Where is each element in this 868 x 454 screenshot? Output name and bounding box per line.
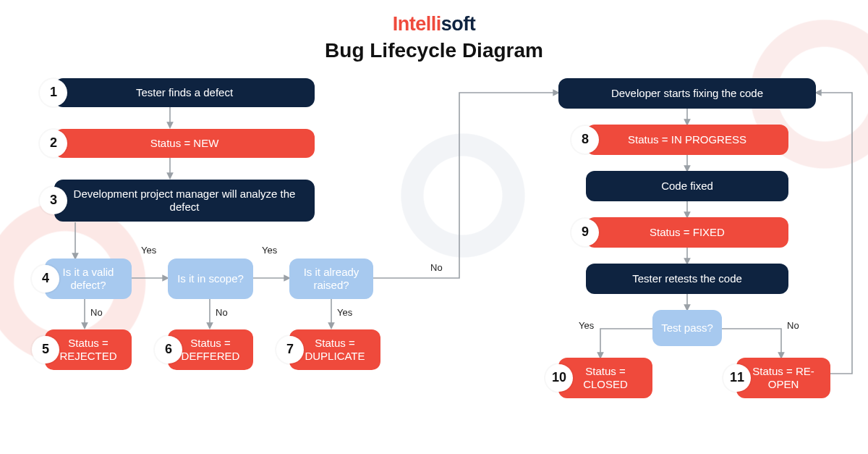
step-3: 3 Development project manager will analy… [54,180,315,222]
step-8: 8 Status = IN PROGRESS [586,125,788,155]
diagram-canvas: 1 Tester finds a defect 2 Status = NEW 3… [0,0,868,454]
label-no: No [216,307,228,318]
step-7: 7 Status = DUPLICATE [289,329,380,370]
step-9: 9 Status = FIXED [586,217,788,248]
step-1-text: Tester finds a defect [136,86,233,99]
step-10: 10 Status = CLOSED [558,358,652,398]
step-10-text: Status = CLOSED [567,365,644,391]
step-2-badge: 2 [40,130,67,157]
step-1-badge: 1 [40,79,67,106]
step-8-badge: 8 [571,126,599,154]
step-1: 1 Tester finds a defect [54,78,315,107]
decision-raised: Is it already raised? [289,258,373,299]
step-4-badge: 4 [32,265,59,293]
label-no: No [430,262,443,273]
label-no: No [787,320,799,331]
decision-test-pass: Test pass? [652,310,722,346]
step-6b-text: Status = DEFFERED [176,337,244,363]
step-2: 2 Status = NEW [54,129,315,158]
step-retest-text: Tester retests the code [632,272,742,285]
step-5-badge: 5 [32,336,59,363]
step-9-badge: 9 [571,219,599,246]
decision-test-pass-text: Test pass? [661,321,713,335]
label-yes: Yes [141,245,156,256]
label-yes: Yes [262,245,277,256]
step-7-badge: 7 [276,336,304,363]
step-9-text: Status = FIXED [650,226,725,239]
step-11-badge: 11 [723,364,751,392]
step-7-text: Status = DUPLICATE [298,337,372,363]
step-8-text: Status = IN PROGRESS [628,133,746,146]
step-3-badge: 3 [40,187,67,214]
step-10-badge: 10 [545,364,573,392]
step-code-fixed: Code fixed [586,171,788,201]
step-6b-badge: 6 [155,336,182,363]
label-yes: Yes [579,320,594,331]
decision-valid-text: Is it a valid defect? [54,266,123,292]
step-6b: 6 Status = DEFFERED [168,329,253,370]
decision-valid: 4 Is it a valid defect? [45,258,132,299]
step-dev-start: Developer starts fixing the code [558,78,816,109]
step-code-fixed-text: Code fixed [661,180,713,193]
step-5-text: Status = REJECTED [54,337,123,363]
step-11: 11 Status = RE-OPEN [736,358,830,398]
decision-raised-text: Is it already raised? [298,266,365,292]
step-11-text: Status = RE-OPEN [745,365,822,391]
step-dev-start-text: Developer starts fixing the code [611,87,763,100]
step-5: 5 Status = REJECTED [45,329,132,370]
decision-scope-text: Is it in scope? [177,272,244,285]
step-3-text: Development project manager will analyze… [63,188,306,214]
step-retest: Tester retests the code [586,264,788,294]
label-no: No [90,307,103,318]
label-yes: Yes [337,307,352,318]
step-2-text: Status = NEW [150,137,219,150]
decision-scope: Is it in scope? [168,258,253,299]
